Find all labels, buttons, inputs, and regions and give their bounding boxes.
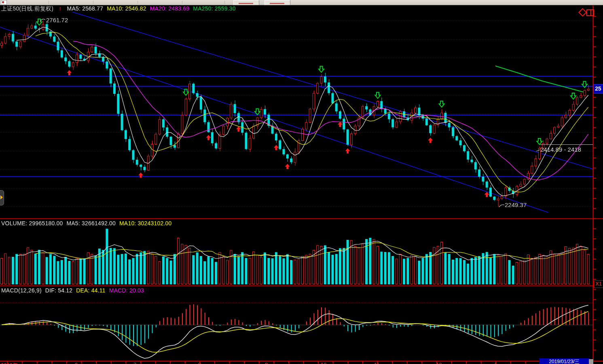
arrow-right-icon	[0, 195, 3, 199]
volume-legend: VOLUME: 29965180.00MA5: 32661492.00MA10:…	[1, 220, 179, 226]
legend-item: MA10: 2546.82	[107, 5, 146, 12]
cursor-date-tag: 2019/01/23/三	[539, 358, 589, 364]
x-axis-label: 8	[198, 362, 201, 364]
scrollbar-corner	[589, 359, 593, 364]
macd-legend: MACD(12,26,9)DIF: 54.12DEA: 44.11MACD: 2…	[1, 287, 151, 294]
symbol-title: 上证50(日线.前复权)	[1, 5, 53, 12]
legend-item: MA10: 30243102.00	[119, 220, 172, 226]
x-axis-label: 10	[321, 362, 326, 364]
sidebar-expand-handle[interactable]	[0, 190, 4, 205]
legend-item: DEA: 44.11	[76, 287, 106, 294]
chart-canvas[interactable]	[0, 0, 603, 364]
stock-app-window: 上证50(日线.前复权) ↑ MA5: 2568.77MA10: 2546.82…	[0, 0, 603, 364]
x-axis-label: 12	[436, 362, 442, 364]
x-axis-label: 1	[494, 362, 497, 364]
x-axis-label: 11	[374, 362, 380, 364]
legend-item: VOLUME: 29965180.00	[1, 220, 63, 226]
legend-item: MA250: 2559.30	[193, 5, 236, 12]
last-price-tag: 25	[593, 84, 603, 93]
legend-item: MA5: 2568.77	[67, 5, 104, 12]
volume-scale-tag: X1	[594, 280, 603, 288]
main-legend: 上证50(日线.前复权) ↑ MA5: 2568.77MA10: 2546.82…	[1, 5, 243, 13]
legend-item: ↑	[57, 5, 63, 12]
x-axis-label: 2018年	[1, 362, 18, 364]
legend-item: MACD(12,26,9)	[1, 287, 42, 294]
x-axis-label: 6	[75, 362, 78, 364]
peak-price-label: 2761.72	[46, 17, 68, 23]
trough-price-label: 2249.37	[505, 201, 527, 208]
x-axis-label: 7	[133, 362, 136, 364]
legend-item: DIF: 54.12	[45, 287, 72, 294]
split-window-icon[interactable]	[586, 9, 594, 16]
x-axis-label: 9	[265, 362, 268, 364]
legend-item: MA5: 32661492.00	[66, 220, 116, 226]
legend-item: MA20: 2483.69	[150, 5, 190, 12]
legend-item: MACD: 20.03	[109, 287, 144, 294]
gap-annotation: 2414.89 - 2418	[540, 144, 593, 157]
